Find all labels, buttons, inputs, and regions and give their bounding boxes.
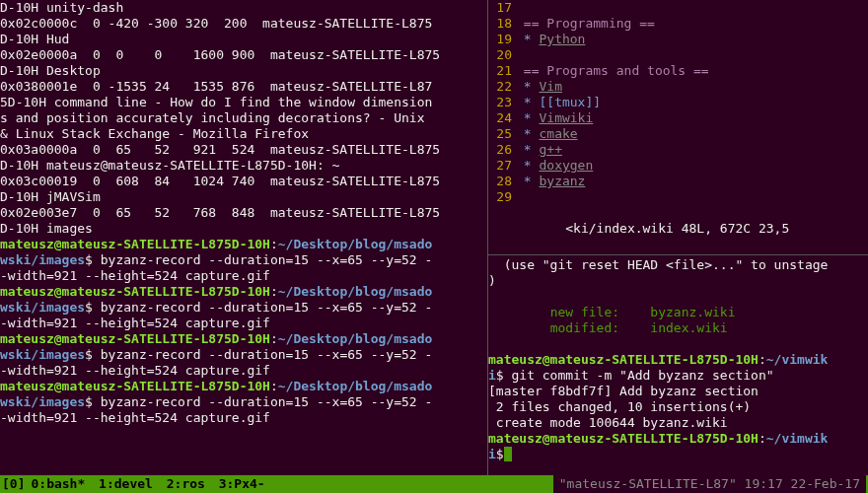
terminal-output-line: 0x03c00019 0 608 84 1024 740 mateusz-SAT… <box>0 174 485 189</box>
tmux-window-tab[interactable]: 2:ros <box>167 476 219 491</box>
git-cwd-cont-2: i <box>488 447 496 461</box>
shell-command-line: wski/images$ byzanz-record --duration=15… <box>0 347 485 363</box>
tmux-panes: D-10H unity-dash0x02c0000c 0 -420 -300 3… <box>0 0 868 475</box>
terminal-output-line: D-10H mateusz@mateusz-SATELLITE-L875D-10… <box>0 158 485 174</box>
tmux-window-list: 0:bash* 1:devel 2:ros 3:Px4- <box>31 475 276 493</box>
terminal-output-line: 5D-10H command line - How do I find the … <box>0 95 485 110</box>
terminal-output-line: 0x02e0000a 0 0 0 1600 900 mateusz-SATELL… <box>0 47 485 63</box>
shell-command-cont: -width=921 --height=524 capture.gif <box>0 316 485 331</box>
terminal-output-line: 0x03a0000a 0 65 52 921 524 mateusz-SATEL… <box>0 142 485 158</box>
git-cwd-cont: i <box>488 368 496 383</box>
shell-prompt-line: mateusz@mateusz-SATELLITE-L875D-10H:~/De… <box>0 237 485 252</box>
vim-line: 25 * cmake <box>488 126 868 142</box>
shell-prompt-line: mateusz@mateusz-SATELLITE-L875D-10H:~/De… <box>0 284 485 300</box>
git-output-1: [master f8bdf7f] Add byzanz section <box>488 384 759 398</box>
vim-filename: <ki/index.wiki <box>565 221 674 236</box>
shell-prompt-line: mateusz@mateusz-SATELLITE-L875D-10H:~/De… <box>0 379 485 394</box>
terminal-output-line: D-10H Hud <box>0 32 485 47</box>
tmux-status-right: "mateusz-SATELLITE-L87" 19:17 22-Feb-17 <box>553 475 866 493</box>
right-column: 17 18 == Programming ==19 * Python20 21 … <box>488 0 868 475</box>
tmux-session-id[interactable]: [0] <box>2 475 31 493</box>
terminal-output-line: D-10H jMAVSim <box>0 189 485 205</box>
git-user: mateusz@mateusz-SATELLITE-L875D-10H <box>488 352 759 367</box>
shell-prompt-line: mateusz@mateusz-SATELLITE-L875D-10H:~/De… <box>0 331 485 347</box>
tmux-screen: D-10H unity-dash0x02c0000c 0 -420 -300 3… <box>0 0 868 493</box>
vim-line: 20 <box>488 47 868 63</box>
vim-line: 29 <box>488 189 868 205</box>
vim-line: 27 * doxygen <box>488 158 868 174</box>
terminal-output-line: 0x0380001e 0 -1535 24 1535 876 mateusz-S… <box>0 79 485 95</box>
git-user-2: mateusz@mateusz-SATELLITE-L875D-10H <box>488 431 759 446</box>
git-output-3: create mode 100644 byzanz.wiki <box>488 415 728 430</box>
shell-command-line: wski/images$ byzanz-record --duration=15… <box>0 252 485 268</box>
terminal-output-line: D-10H Desktop <box>0 63 485 79</box>
vim-line: 24 * Vimwiki <box>488 110 868 126</box>
git-output-2: 2 files changed, 10 insertions(+) <box>488 399 751 414</box>
terminal-output-line: s and position accurately including deco… <box>0 110 485 126</box>
left-terminal-pane[interactable]: D-10H unity-dash0x02c0000c 0 -420 -300 3… <box>0 0 488 475</box>
tmux-window-tab[interactable]: 1:devel <box>99 476 167 491</box>
vim-meta: 48L, 672C 23,5 <box>682 221 790 236</box>
tmux-status-left: [0] 0:bash* 1:devel 2:ros 3:Px4- <box>2 475 277 493</box>
tmux-status-bar[interactable]: [0] 0:bash* 1:devel 2:ros 3:Px4- "mateus… <box>0 475 868 493</box>
vim-line: 26 * g++ <box>488 142 868 158</box>
shell-command-cont: -width=921 --height=524 capture.gif <box>0 268 485 284</box>
terminal-output-line: D-10H unity-dash <box>0 0 485 16</box>
terminal-output-line: 0x02e003e7 0 65 52 768 848 mateusz-SATEL… <box>0 205 485 221</box>
vim-line: 23 * [[tmux]] <box>488 95 868 110</box>
git-command: git commit -m "Add byzanz section" <box>504 368 774 383</box>
git-terminal-pane[interactable]: (use "git reset HEAD <file>..." to unsta… <box>488 255 868 475</box>
terminal-output-line: 0x02c0000c 0 -420 -300 320 200 mateusz-S… <box>0 16 485 32</box>
git-hint: (use "git reset HEAD <file>..." to unsta… <box>488 257 828 272</box>
vim-status-line: <ki/index.wiki 48L, 672C 23,5 45% <box>488 205 868 252</box>
terminal-output-line: & Linux Stack Exchange - Mozilla Firefox <box>0 126 485 142</box>
shell-command-line: wski/images$ byzanz-record --duration=15… <box>0 300 485 316</box>
git-status-line: new file: byzanz.wiki <box>488 305 868 320</box>
git-prompt-line: mateusz@mateusz-SATELLITE-L875D-10H:~/vi… <box>488 352 868 368</box>
tmux-window-tab[interactable]: 3:Px4- <box>219 476 271 491</box>
vim-line: 18 == Programming == <box>488 16 868 32</box>
vim-line: 22 * Vim <box>488 79 868 95</box>
git-cwd: ~/vimwik <box>766 352 829 367</box>
tmux-window-tab[interactable]: 0:bash* <box>31 476 99 491</box>
terminal-output-line: D-10H images <box>0 221 485 237</box>
shell-command-line: wski/images$ byzanz-record --duration=15… <box>0 394 485 410</box>
vim-line: 17 <box>488 0 868 16</box>
shell-command-cont: -width=921 --height=524 capture.gif <box>0 410 485 426</box>
git-prompt-line-2: mateusz@mateusz-SATELLITE-L875D-10H:~/vi… <box>488 431 868 447</box>
vim-pane[interactable]: 17 18 == Programming ==19 * Python20 21 … <box>488 0 868 255</box>
git-status-line: modified: index.wiki <box>488 320 868 336</box>
git-cwd-2: ~/vimwik <box>766 431 829 446</box>
git-hint-cont: ) <box>488 273 496 288</box>
shell-command-cont: -width=921 --height=524 capture.gif <box>0 363 485 379</box>
vim-line: 19 * Python <box>488 32 868 47</box>
vim-line: 28 * byzanz <box>488 174 868 189</box>
vim-line: 21 == Programs and tools == <box>488 63 868 79</box>
cursor <box>504 447 512 461</box>
